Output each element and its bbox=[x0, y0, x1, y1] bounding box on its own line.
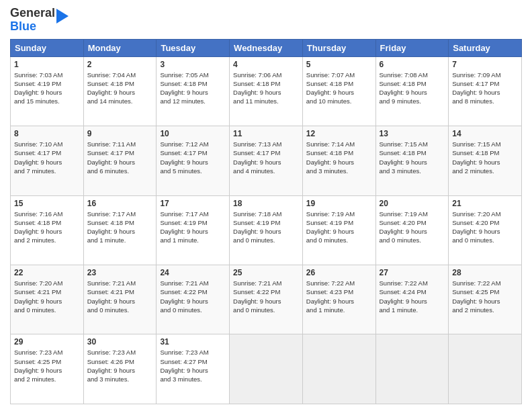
calendar-cell-day-30: 30Sunrise: 7:23 AM Sunset: 4:26 PM Dayli… bbox=[83, 334, 157, 404]
day-number: 16 bbox=[87, 199, 153, 208]
day-info: Sunrise: 7:16 AM Sunset: 4:18 PM Dayligh… bbox=[14, 210, 80, 245]
day-number: 7 bbox=[452, 60, 518, 69]
day-number: 30 bbox=[87, 337, 153, 347]
day-number: 13 bbox=[380, 129, 445, 138]
calendar-cell-day-7: 7Sunrise: 7:09 AM Sunset: 4:17 PM Daylig… bbox=[449, 56, 522, 126]
day-number: 11 bbox=[233, 129, 299, 138]
column-header-tuesday: Tuesday bbox=[157, 39, 230, 56]
day-info: Sunrise: 7:20 AM Sunset: 4:21 PM Dayligh… bbox=[14, 279, 80, 314]
day-info: Sunrise: 7:04 AM Sunset: 4:18 PM Dayligh… bbox=[87, 71, 153, 106]
empty-cell bbox=[375, 334, 449, 404]
day-info: Sunrise: 7:08 AM Sunset: 4:18 PM Dayligh… bbox=[380, 71, 445, 106]
calendar-cell-day-23: 23Sunrise: 7:21 AM Sunset: 4:21 PM Dayli… bbox=[83, 265, 157, 334]
calendar-cell-day-4: 4Sunrise: 7:06 AM Sunset: 4:18 PM Daylig… bbox=[230, 56, 303, 126]
day-info: Sunrise: 7:12 AM Sunset: 4:17 PM Dayligh… bbox=[160, 140, 226, 175]
day-info: Sunrise: 7:23 AM Sunset: 4:26 PM Dayligh… bbox=[87, 348, 153, 383]
day-number: 8 bbox=[14, 129, 80, 138]
day-info: Sunrise: 7:17 AM Sunset: 4:19 PM Dayligh… bbox=[160, 210, 226, 245]
day-info: Sunrise: 7:20 AM Sunset: 4:20 PM Dayligh… bbox=[452, 210, 518, 245]
day-number: 12 bbox=[306, 129, 372, 138]
calendar-week-row: 15Sunrise: 7:16 AM Sunset: 4:18 PM Dayli… bbox=[11, 195, 522, 265]
calendar-cell-day-24: 24Sunrise: 7:21 AM Sunset: 4:22 PM Dayli… bbox=[157, 265, 230, 334]
day-info: Sunrise: 7:21 AM Sunset: 4:22 PM Dayligh… bbox=[160, 279, 226, 314]
calendar-cell-day-13: 13Sunrise: 7:15 AM Sunset: 4:18 PM Dayli… bbox=[375, 126, 449, 195]
column-header-monday: Monday bbox=[83, 39, 157, 56]
calendar-cell-day-17: 17Sunrise: 7:17 AM Sunset: 4:19 PM Dayli… bbox=[157, 195, 230, 265]
day-number: 3 bbox=[160, 60, 226, 69]
calendar-cell-day-1: 1Sunrise: 7:03 AM Sunset: 4:19 PM Daylig… bbox=[11, 56, 84, 126]
calendar-cell-day-31: 31Sunrise: 7:23 AM Sunset: 4:27 PM Dayli… bbox=[157, 334, 230, 404]
day-info: Sunrise: 7:22 AM Sunset: 4:24 PM Dayligh… bbox=[380, 279, 445, 314]
day-info: Sunrise: 7:23 AM Sunset: 4:25 PM Dayligh… bbox=[14, 348, 80, 383]
header-row: SundayMondayTuesdayWednesdayThursdayFrid… bbox=[11, 39, 522, 56]
logo-text: GeneralBlue bbox=[10, 7, 55, 34]
calendar-cell-day-18: 18Sunrise: 7:18 AM Sunset: 4:19 PM Dayli… bbox=[230, 195, 303, 265]
day-number: 29 bbox=[14, 337, 80, 347]
column-header-sunday: Sunday bbox=[11, 39, 84, 56]
calendar-cell-day-27: 27Sunrise: 7:22 AM Sunset: 4:24 PM Dayli… bbox=[375, 265, 449, 334]
day-info: Sunrise: 7:21 AM Sunset: 4:21 PM Dayligh… bbox=[87, 279, 153, 314]
calendar-cell-day-8: 8Sunrise: 7:10 AM Sunset: 4:17 PM Daylig… bbox=[11, 126, 84, 195]
calendar-cell-day-5: 5Sunrise: 7:07 AM Sunset: 4:18 PM Daylig… bbox=[302, 56, 375, 126]
calendar-cell-day-10: 10Sunrise: 7:12 AM Sunset: 4:17 PM Dayli… bbox=[157, 126, 230, 195]
calendar-cell-day-2: 2Sunrise: 7:04 AM Sunset: 4:18 PM Daylig… bbox=[83, 56, 157, 126]
day-number: 21 bbox=[452, 199, 518, 208]
day-info: Sunrise: 7:22 AM Sunset: 4:23 PM Dayligh… bbox=[306, 279, 372, 314]
calendar-week-row: 1Sunrise: 7:03 AM Sunset: 4:19 PM Daylig… bbox=[11, 56, 522, 126]
calendar-cell-day-9: 9Sunrise: 7:11 AM Sunset: 4:17 PM Daylig… bbox=[83, 126, 157, 195]
day-number: 9 bbox=[87, 129, 153, 138]
calendar-cell-day-15: 15Sunrise: 7:16 AM Sunset: 4:18 PM Dayli… bbox=[11, 195, 84, 265]
day-info: Sunrise: 7:19 AM Sunset: 4:19 PM Dayligh… bbox=[306, 210, 372, 245]
calendar-week-row: 29Sunrise: 7:23 AM Sunset: 4:25 PM Dayli… bbox=[11, 334, 522, 404]
day-number: 20 bbox=[380, 199, 445, 208]
day-number: 5 bbox=[306, 60, 372, 69]
empty-cell bbox=[230, 334, 303, 404]
day-info: Sunrise: 7:03 AM Sunset: 4:19 PM Dayligh… bbox=[14, 71, 80, 106]
day-number: 14 bbox=[452, 129, 518, 138]
calendar-cell-day-28: 28Sunrise: 7:22 AM Sunset: 4:25 PM Dayli… bbox=[449, 265, 522, 334]
day-number: 18 bbox=[233, 199, 299, 208]
day-number: 26 bbox=[306, 268, 372, 277]
calendar-cell-day-12: 12Sunrise: 7:14 AM Sunset: 4:18 PM Dayli… bbox=[302, 126, 375, 195]
day-info: Sunrise: 7:19 AM Sunset: 4:20 PM Dayligh… bbox=[380, 210, 445, 245]
day-number: 10 bbox=[160, 129, 226, 138]
day-number: 15 bbox=[14, 199, 80, 208]
calendar-cell-day-19: 19Sunrise: 7:19 AM Sunset: 4:19 PM Dayli… bbox=[302, 195, 375, 265]
day-number: 31 bbox=[160, 337, 226, 347]
day-info: Sunrise: 7:22 AM Sunset: 4:25 PM Dayligh… bbox=[452, 279, 518, 314]
column-header-wednesday: Wednesday bbox=[230, 39, 303, 56]
day-number: 28 bbox=[452, 268, 518, 277]
column-header-saturday: Saturday bbox=[449, 39, 522, 56]
page: GeneralBlue SundayMondayTuesdayWednesday… bbox=[0, 0, 532, 411]
logo-arrow-icon bbox=[56, 9, 69, 24]
logo: GeneralBlue bbox=[10, 7, 69, 34]
day-info: Sunrise: 7:18 AM Sunset: 4:19 PM Dayligh… bbox=[233, 210, 299, 245]
calendar-table: SundayMondayTuesdayWednesdayThursdayFrid… bbox=[10, 39, 522, 404]
calendar-cell-day-3: 3Sunrise: 7:05 AM Sunset: 4:18 PM Daylig… bbox=[157, 56, 230, 126]
day-number: 6 bbox=[380, 60, 445, 69]
day-info: Sunrise: 7:13 AM Sunset: 4:17 PM Dayligh… bbox=[233, 140, 299, 175]
day-info: Sunrise: 7:15 AM Sunset: 4:18 PM Dayligh… bbox=[452, 140, 518, 175]
day-info: Sunrise: 7:11 AM Sunset: 4:17 PM Dayligh… bbox=[87, 140, 153, 175]
day-info: Sunrise: 7:10 AM Sunset: 4:17 PM Dayligh… bbox=[14, 140, 80, 175]
calendar-cell-day-20: 20Sunrise: 7:19 AM Sunset: 4:20 PM Dayli… bbox=[375, 195, 449, 265]
calendar-cell-day-25: 25Sunrise: 7:21 AM Sunset: 4:22 PM Dayli… bbox=[230, 265, 303, 334]
calendar-cell-day-6: 6Sunrise: 7:08 AM Sunset: 4:18 PM Daylig… bbox=[375, 56, 449, 126]
calendar-cell-day-11: 11Sunrise: 7:13 AM Sunset: 4:17 PM Dayli… bbox=[230, 126, 303, 195]
calendar-cell-day-16: 16Sunrise: 7:17 AM Sunset: 4:18 PM Dayli… bbox=[83, 195, 157, 265]
column-header-thursday: Thursday bbox=[302, 39, 375, 56]
day-info: Sunrise: 7:09 AM Sunset: 4:17 PM Dayligh… bbox=[452, 71, 518, 106]
day-info: Sunrise: 7:07 AM Sunset: 4:18 PM Dayligh… bbox=[306, 71, 372, 106]
day-number: 25 bbox=[233, 268, 299, 277]
day-info: Sunrise: 7:05 AM Sunset: 4:18 PM Dayligh… bbox=[160, 71, 226, 106]
day-info: Sunrise: 7:15 AM Sunset: 4:18 PM Dayligh… bbox=[380, 140, 445, 175]
empty-cell bbox=[449, 334, 522, 404]
calendar-cell-day-26: 26Sunrise: 7:22 AM Sunset: 4:23 PM Dayli… bbox=[302, 265, 375, 334]
day-info: Sunrise: 7:06 AM Sunset: 4:18 PM Dayligh… bbox=[233, 71, 299, 106]
calendar-cell-day-21: 21Sunrise: 7:20 AM Sunset: 4:20 PM Dayli… bbox=[449, 195, 522, 265]
day-number: 19 bbox=[306, 199, 372, 208]
day-info: Sunrise: 7:23 AM Sunset: 4:27 PM Dayligh… bbox=[160, 348, 226, 383]
day-info: Sunrise: 7:17 AM Sunset: 4:18 PM Dayligh… bbox=[87, 210, 153, 245]
day-info: Sunrise: 7:14 AM Sunset: 4:18 PM Dayligh… bbox=[306, 140, 372, 175]
calendar-cell-day-29: 29Sunrise: 7:23 AM Sunset: 4:25 PM Dayli… bbox=[11, 334, 84, 404]
